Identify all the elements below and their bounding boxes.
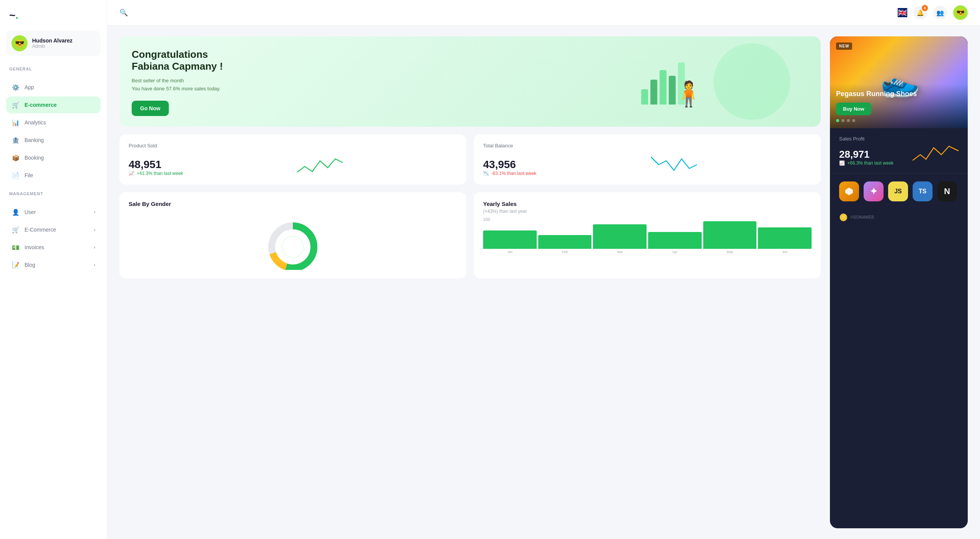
ts-app-icon[interactable]: TS [913, 181, 933, 201]
stat-trend-product-sold: 📈 +41.3% than last week [129, 171, 183, 176]
js-app-icon[interactable]: JS [888, 181, 908, 201]
sidebar-item-label: Banking [24, 137, 44, 143]
figure-illustration: 🧍 [673, 80, 704, 108]
stat-trend-sales-profit: 📈 +66.3% than last week [839, 160, 893, 166]
booking-icon-nav: 📦 [11, 154, 20, 162]
blog-icon-nav: 📝 [11, 261, 20, 269]
avatar: 😎 [11, 35, 28, 51]
bottom-row: Sale By Gender [119, 192, 821, 278]
sidebar-item-label: E-Commerce [24, 227, 56, 233]
sidebar: ~. 😎 Hudson Alvarez Admin GENERAL ⚙️ App… [0, 0, 107, 539]
ecommerce-mgmt-icon-nav: 🛒 [11, 225, 20, 234]
sidebar-item-blog[interactable]: 📝 Blog › [6, 256, 101, 273]
total-balance-card: Total Balance 43,956 📉 -63.1% than last … [474, 134, 821, 185]
language-flag[interactable]: 🇬🇧 [898, 8, 907, 17]
product-title: Pegasus Running Shoes [836, 90, 962, 98]
watermark-section: 🪙 ©SONIAWEB [830, 209, 968, 229]
congrats-title: Congratulations Fabiana Capmany ! [132, 49, 808, 72]
header-actions: 🇬🇧 🔔 8 👥 😎 [898, 5, 968, 20]
watermark-text: ©SONIAWEB [851, 212, 874, 222]
congrats-subtitle: Best seller of the month You have done 5… [132, 77, 808, 93]
product-sold-card: Product Sold 48,951 📈 +41.3% than last w… [119, 134, 466, 185]
main-area: 🔍 🇬🇧 🔔 8 👥 😎 Congratulations Fa [107, 0, 980, 539]
stat-value-sales-profit: 28,971 [839, 149, 893, 160]
sale-by-gender-title: Sale By Gender [129, 201, 457, 207]
sidebar-item-analytics[interactable]: 📊 Analytics [6, 114, 101, 131]
congratulations-card: Congratulations Fabiana Capmany ! Best s… [119, 36, 821, 127]
user-card[interactable]: 😎 Hudson Alvarez Admin [6, 31, 101, 56]
sale-by-gender-card: Sale By Gender [119, 192, 466, 278]
stat-value-total-balance: 43,956 [483, 158, 536, 171]
user-avatar-button[interactable]: 😎 [953, 5, 968, 20]
stat-label-total-balance: Total Balance [483, 143, 812, 149]
congrats-text: Congratulations Fabiana Capmany ! Best s… [132, 49, 808, 116]
right-column: 👟 NEW Pegasus Running Shoes Buy Now [830, 36, 968, 528]
sidebar-item-invoices[interactable]: 💵 Invoices › [6, 239, 101, 256]
mini-chart-product-sold [183, 153, 457, 176]
donut-chart [129, 209, 457, 270]
left-column: Congratulations Fabiana Capmany ! Best s… [119, 36, 821, 528]
yearly-sales-card: Yearly Sales (+43%) than last year 100 J… [474, 192, 821, 278]
user-role: Admin [32, 44, 72, 49]
sales-profit-chart [913, 143, 959, 166]
chevron-right-icon: › [94, 227, 95, 232]
sidebar-item-app[interactable]: ⚙️ App [6, 79, 101, 96]
invoices-icon-nav: 💵 [11, 243, 20, 252]
carousel-dot-2[interactable] [841, 119, 844, 122]
stat-value-product-sold: 48,951 [129, 158, 183, 171]
product-info: Pegasus Running Shoes Buy Now [830, 84, 968, 128]
content-area: Congratulations Fabiana Capmany ! Best s… [107, 26, 980, 539]
sidebar-item-label: File [24, 172, 33, 178]
chevron-right-icon: › [94, 209, 95, 215]
sales-profit-card: Sales Profit 28,971 📈 +66.3% than last w… [830, 128, 968, 174]
banking-icon-nav: 🏦 [11, 136, 20, 144]
sidebar-item-ecommerce[interactable]: 🛒 E-commerce [6, 96, 101, 113]
stats-row: Product Sold 48,951 📈 +41.3% than last w… [119, 134, 821, 185]
chevron-right-icon: › [94, 262, 95, 268]
trend-up-icon: 📈 [129, 171, 134, 176]
coin-icon: 🪙 [839, 213, 848, 222]
sidebar-item-file[interactable]: 📄 File [6, 167, 101, 184]
go-now-button[interactable]: Go Now [132, 101, 169, 116]
ecommerce-icon-nav: 🛒 [11, 101, 20, 109]
new-badge: NEW [836, 42, 852, 50]
mini-chart-total-balance [536, 153, 812, 176]
carousel-dots [836, 119, 962, 122]
sidebar-item-ecommerce-mgmt[interactable]: 🛒 E-Commerce › [6, 221, 101, 238]
product-showcase-card: 👟 NEW Pegasus Running Shoes Buy Now [830, 36, 968, 128]
trend-up-icon: 📈 [839, 160, 845, 166]
stat-label-sales-profit: Sales Profit [839, 136, 959, 142]
search-icon: 🔍 [119, 8, 128, 17]
yearly-sales-subtitle: (+43%) than last year [483, 209, 812, 214]
nextjs-app-icon[interactable]: N [937, 181, 957, 201]
figma-app-icon[interactable]: ✦ [864, 181, 884, 201]
sidebar-item-label: Analytics [24, 119, 46, 126]
general-section-label: GENERAL [6, 67, 101, 71]
sidebar-item-banking[interactable]: 🏦 Banking [6, 132, 101, 149]
app-icons-section: ✦ JS TS N [830, 174, 968, 209]
sidebar-item-label: Invoices [24, 244, 44, 250]
carousel-dot-1[interactable] [836, 119, 839, 122]
notification-badge: 8 [922, 5, 928, 11]
sidebar-item-user[interactable]: 👤 User › [6, 204, 101, 220]
sidebar-item-label: Blog [24, 262, 35, 268]
notifications-button[interactable]: 🔔 8 [913, 6, 927, 20]
carousel-dot-4[interactable] [852, 119, 855, 122]
search-bar: 🔍 [119, 8, 892, 17]
app-icon-nav: ⚙️ [11, 83, 20, 91]
sidebar-item-label: Booking [24, 155, 44, 161]
sidebar-item-booking[interactable]: 📦 Booking [6, 149, 101, 166]
sketch-app-icon[interactable] [839, 181, 859, 201]
sidebar-item-label: User [24, 209, 36, 215]
file-icon-nav: 📄 [11, 171, 20, 180]
stat-trend-total-balance: 📉 -63.1% than last week [483, 171, 536, 176]
header: 🔍 🇬🇧 🔔 8 👥 😎 [107, 0, 980, 26]
management-section-label: MANAGEMENT [6, 191, 101, 196]
chevron-right-icon: › [94, 245, 95, 250]
carousel-dot-3[interactable] [847, 119, 850, 122]
buy-now-button[interactable]: Buy Now [836, 103, 871, 115]
yearly-max-label: 100 [483, 217, 812, 222]
contacts-button[interactable]: 👥 [933, 6, 947, 20]
sidebar-item-label: App [24, 84, 34, 90]
user-name: Hudson Alvarez [32, 38, 72, 44]
